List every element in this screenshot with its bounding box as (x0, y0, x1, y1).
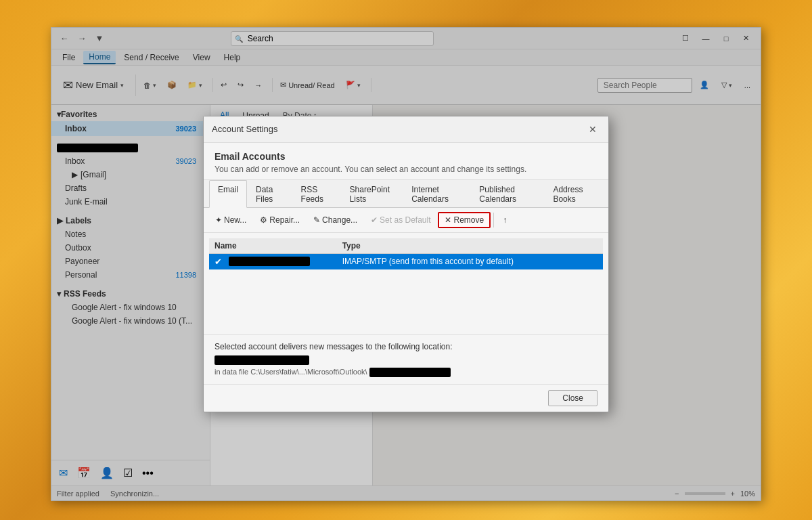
dialog-titlebar: Account Settings ✕ (204, 116, 608, 143)
dialog-header-desc: You can add or remove an account. You ca… (215, 165, 597, 174)
tab-data-files[interactable]: Data Files (247, 180, 292, 208)
tab-email[interactable]: Email (209, 180, 247, 208)
remove-label: Remove (453, 215, 484, 225)
footer-path-text: in data file C:\Users\fatiw\...\Microsof… (215, 368, 367, 376)
col-header-name: Name (215, 241, 342, 251)
tab-sharepoint[interactable]: SharePoint Lists (341, 180, 403, 208)
col-header-type: Type (342, 241, 597, 251)
new-account-label: New... (224, 215, 246, 225)
set-default-icon: ✔ (371, 215, 378, 225)
remove-button[interactable]: ✕ Remove (438, 212, 491, 228)
footer-filename-redacted (369, 368, 451, 377)
account-name-redacted (229, 257, 310, 266)
move-up-icon: ↑ (503, 215, 507, 225)
dialog-actions: Close (204, 384, 608, 412)
account-settings-dialog: Account Settings ✕ Email Accounts You ca… (203, 116, 609, 413)
new-account-icon: ✦ (215, 215, 222, 225)
tab-published-cal[interactable]: Published Calendars (470, 180, 544, 208)
footer-desc: Selected account delivers new messages t… (215, 342, 597, 351)
repair-label: Repair... (269, 215, 300, 225)
dialog-title: Account Settings (212, 124, 585, 134)
move-up-button[interactable]: ↑ (497, 213, 513, 228)
new-account-button[interactable]: ✦ New... (209, 213, 252, 228)
remove-icon: ✕ (445, 215, 451, 225)
change-label: Change... (322, 215, 357, 225)
tab-rss-feeds[interactable]: RSS Feeds (292, 180, 341, 208)
modal-overlay: Account Settings ✕ Email Accounts You ca… (51, 28, 761, 500)
account-type-cell: IMAP/SMTP (send from this account by def… (342, 257, 597, 266)
toolbar-separator (493, 213, 494, 228)
repair-button[interactable]: ⚙ Repair... (254, 213, 306, 228)
change-button[interactable]: ✎ Change... (307, 213, 363, 228)
dialog-tabs: Email Data Files RSS Feeds SharePoint Li… (204, 180, 608, 208)
account-footer: Selected account delivers new messages t… (204, 334, 608, 385)
account-list: Name Type ✔ IMAP/SMTP (send from this ac… (204, 233, 608, 334)
account-toolbar: ✦ New... ⚙ Repair... ✎ Change... ✔ Set a… (204, 208, 608, 233)
set-default-button[interactable]: ✔ Set as Default (365, 213, 436, 228)
account-name-cell: ✔ (215, 257, 342, 267)
footer-account-redacted (215, 355, 309, 365)
dialog-close-button[interactable]: ✕ (585, 122, 600, 137)
dialog-header: Email Accounts You can add or remove an … (204, 143, 608, 180)
account-row[interactable]: ✔ IMAP/SMTP (send from this account by d… (209, 254, 603, 269)
close-dialog-button[interactable]: Close (548, 390, 597, 406)
account-list-header: Name Type (209, 238, 603, 254)
set-default-label: Set as Default (380, 215, 430, 225)
tab-address-books[interactable]: Address Books (544, 180, 603, 208)
change-icon: ✎ (313, 215, 320, 225)
repair-icon: ⚙ (260, 215, 267, 225)
outlook-window: ← → ▼ ☐ — □ ✕ File Home Send / Receive V… (51, 27, 761, 501)
dialog-header-title: Email Accounts (215, 151, 597, 162)
tab-internet-cal[interactable]: Internet Calendars (403, 180, 470, 208)
default-account-icon: ✔ (215, 257, 222, 267)
footer-path: in data file C:\Users\fatiw\...\Microsof… (215, 368, 597, 377)
